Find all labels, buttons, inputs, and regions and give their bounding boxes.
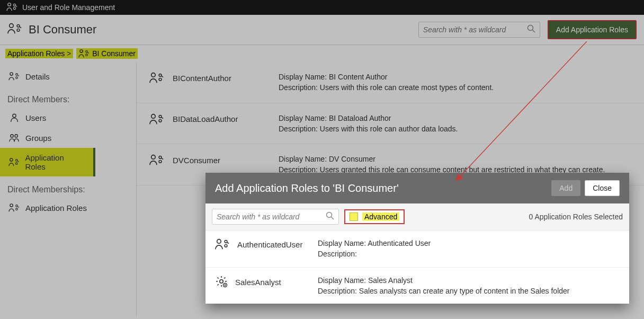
svg-point-11: [10, 73, 13, 75]
sidebar-item-membership-application-roles[interactable]: Application Roles: [0, 198, 136, 218]
breadcrumb-current: BI Consumer: [76, 48, 138, 59]
svg-point-19: [15, 163, 17, 165]
advanced-checkbox[interactable]: [350, 212, 358, 221]
svg-point-0: [8, 3, 11, 6]
svg-point-5: [17, 29, 20, 31]
search-input[interactable]: [423, 25, 527, 34]
app-topbar: User and Role Management: [0, 0, 644, 15]
svg-line-44: [224, 277, 225, 278]
sidebar-item-label: Groups: [25, 134, 51, 143]
svg-line-42: [218, 277, 219, 278]
gear-icon: [215, 275, 228, 289]
users-icon: [6, 2, 18, 13]
sidebar-item-label: Users: [25, 113, 46, 122]
svg-point-24: [159, 74, 162, 76]
svg-point-21: [16, 205, 18, 207]
dialog-title: Add Application Roles to 'BI Consumer': [215, 182, 399, 194]
svg-point-4: [17, 24, 20, 27]
role-id: BIContentAuthor: [173, 74, 231, 83]
svg-point-1: [13, 4, 15, 6]
role-meta: Display Name: BI Content Author Descript…: [279, 72, 631, 93]
sidebar-item-label: Application Roles: [25, 153, 85, 171]
search-icon[interactable]: [527, 24, 535, 35]
dialog-role-row[interactable]: SalesAnalyst Display Name: Sales Analyst…: [205, 268, 629, 304]
svg-point-12: [16, 74, 18, 76]
role-meta: Display Name: DV Consumer Description: U…: [279, 154, 631, 175]
svg-point-8: [80, 50, 83, 52]
svg-point-32: [327, 212, 332, 218]
role-id: AuthenticatedUser: [237, 240, 302, 249]
role-meta: Display Name: BI Dataload Author Descrip…: [279, 113, 631, 135]
svg-point-13: [16, 77, 18, 79]
advanced-toggle[interactable]: Advanced: [344, 209, 405, 224]
svg-point-34: [217, 240, 221, 243]
svg-point-16: [15, 135, 17, 137]
svg-point-35: [225, 240, 227, 243]
page-header: BI Consumer Add Application Roles: [0, 15, 644, 45]
add-roles-dialog: Add Application Roles to 'BI Consumer' A…: [205, 173, 629, 304]
svg-point-3: [10, 24, 13, 28]
breadcrumb: Application Roles > BI Consumer: [0, 45, 644, 62]
svg-point-31: [159, 161, 162, 163]
role-id: SalesAnalyst: [235, 278, 281, 287]
search-icon[interactable]: [326, 211, 334, 222]
advanced-label: Advanced: [362, 212, 399, 221]
page-title: BI Consumer: [29, 23, 96, 37]
sidebar-item-label: Details: [25, 72, 50, 81]
sidebar-item-groups[interactable]: Groups: [0, 128, 136, 148]
svg-point-37: [220, 279, 223, 282]
svg-point-10: [86, 54, 88, 56]
sidebar-item-label: Application Roles: [25, 203, 87, 212]
dialog-role-row[interactable]: AuthenticatedUser Display Name: Authenti…: [205, 231, 629, 268]
svg-point-23: [151, 73, 155, 77]
svg-point-25: [159, 78, 162, 81]
role-row[interactable]: BIContentAuthor Display Name: BI Content…: [137, 62, 644, 103]
breadcrumb-root[interactable]: Application Roles >: [5, 49, 73, 58]
sidebar-heading-direct-members: Direct Members:: [0, 86, 136, 108]
svg-point-20: [10, 204, 13, 207]
role-meta: Display Name: Authenticated User Descrip…: [318, 238, 620, 260]
svg-line-7: [532, 30, 535, 33]
svg-point-36: [225, 244, 227, 247]
dialog-search[interactable]: [212, 209, 339, 225]
svg-point-30: [159, 156, 162, 159]
role-id: BIDataLoadAuthor: [173, 114, 238, 123]
add-application-roles-button[interactable]: Add Application Roles: [548, 20, 637, 39]
svg-point-29: [151, 155, 155, 159]
header-search[interactable]: [418, 22, 540, 38]
role-meta: Display Name: Sales Analyst Description:…: [318, 275, 620, 297]
sidebar-item-users[interactable]: Users: [0, 108, 136, 128]
svg-point-28: [159, 119, 162, 122]
svg-point-26: [151, 114, 155, 118]
sidebar: Details Direct Members: Users Groups App…: [0, 62, 137, 316]
role-id: DVConsumer: [173, 156, 220, 165]
dialog-search-input[interactable]: [217, 212, 326, 221]
svg-point-2: [13, 7, 15, 9]
svg-line-33: [332, 217, 334, 220]
svg-point-14: [13, 114, 16, 117]
svg-point-27: [159, 115, 162, 118]
sidebar-heading-direct-memberships: Direct Memberships:: [0, 176, 136, 198]
sidebar-item-details[interactable]: Details: [0, 66, 136, 86]
svg-point-18: [15, 160, 17, 162]
svg-line-45: [218, 284, 219, 285]
dialog-close-button[interactable]: Close: [585, 180, 620, 196]
dialog-add-button[interactable]: Add: [551, 180, 580, 196]
svg-point-15: [11, 135, 13, 137]
role-icon: [7, 22, 22, 37]
svg-point-22: [16, 208, 18, 210]
role-row[interactable]: BIDataLoadAuthor Display Name: BI Datalo…: [137, 103, 644, 145]
app-title: User and Role Management: [22, 3, 115, 12]
dialog-selection-status: 0 Application Roles Selected: [529, 212, 623, 221]
svg-point-17: [10, 158, 13, 161]
sidebar-item-application-roles[interactable]: Application Roles: [0, 148, 95, 176]
svg-point-9: [86, 51, 88, 53]
svg-point-6: [527, 25, 533, 31]
